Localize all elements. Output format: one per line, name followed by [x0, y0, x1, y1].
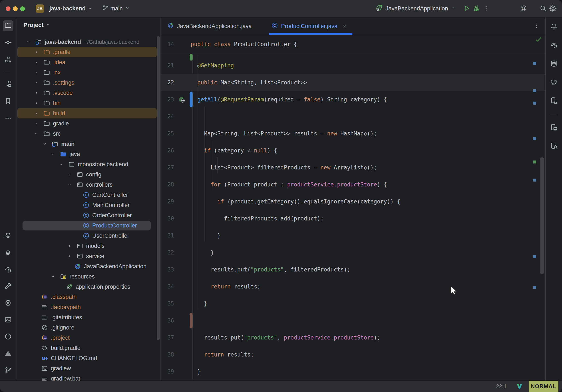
search-everywhere-button[interactable] [538, 4, 548, 14]
inspections-ok-icon[interactable] [535, 36, 542, 44]
close-window-button[interactable] [6, 6, 11, 11]
chevron-right-icon[interactable] [34, 50, 43, 54]
tree-item-changelog-md[interactable]: MCHANGELOG.md [16, 353, 160, 363]
code-line-26[interactable]: 26if (category ≠ null) { [161, 142, 545, 159]
code-line-28[interactable]: 28for (Product product : productService.… [161, 176, 545, 193]
toolwindow-problems-button[interactable] [3, 332, 13, 342]
toolwindow-gradle-button[interactable] [549, 77, 559, 88]
toolwindow-hierarchy-button[interactable] [3, 79, 13, 90]
error-stripe-mark[interactable] [533, 102, 536, 105]
toolwindow-structure-button[interactable] [3, 55, 13, 65]
tree-item-src[interactable]: src [16, 129, 160, 139]
ideavim-icon[interactable] [516, 383, 523, 390]
error-stripe-mark[interactable] [533, 255, 536, 258]
settings-button[interactable] [548, 4, 558, 14]
toolwindow-running-devices-button[interactable] [549, 96, 559, 106]
code-line-38[interactable]: 38return results; [161, 346, 545, 363]
tree-item-usercontroller[interactable]: CUserController [16, 231, 160, 241]
editor-options-button[interactable] [534, 23, 540, 30]
error-stripe-mark[interactable] [533, 178, 536, 181]
tree-item--gradle[interactable]: .gradle [16, 47, 160, 57]
tree-item--nx[interactable]: .nx [16, 67, 160, 78]
chevron-down-icon[interactable] [34, 131, 43, 136]
tree-item-ordercontroller[interactable]: COrderController [16, 210, 160, 220]
vim-mode-badge[interactable]: NORMAL [529, 381, 558, 392]
tree-item-java[interactable]: java [16, 149, 160, 159]
tree-item-config[interactable]: config [16, 169, 160, 180]
error-stripe-mark[interactable] [533, 89, 536, 92]
tree-item-controllers[interactable]: controllers [16, 180, 160, 190]
project-view-header[interactable]: Project [23, 22, 50, 28]
toolwindow-incognito-button[interactable] [3, 248, 13, 258]
chevron-down-icon[interactable] [59, 162, 68, 167]
tree-item-gradle[interactable]: gradle [16, 119, 160, 129]
toolwindow-more-ellipsis-button[interactable] [3, 113, 13, 124]
code-line-22[interactable]: 22public Map<String, List<Product>> [161, 74, 545, 91]
tree-item-build[interactable]: build [16, 108, 160, 119]
code-line-32[interactable]: 32} [161, 244, 545, 261]
code-line-35[interactable]: 35} [161, 295, 545, 312]
error-stripe-mark[interactable] [533, 161, 536, 164]
toolwindow-commit-button[interactable] [3, 38, 13, 48]
toolwindow-services-button[interactable] [3, 298, 13, 309]
code-line-25[interactable]: 25Map<String, List<Product>> results = n… [161, 125, 545, 142]
editor-tab-javabackendapplication-java[interactable]: JavaBackendApplication.java [166, 17, 258, 35]
tree-item-main[interactable]: main [16, 139, 160, 149]
error-stripe-mark[interactable] [533, 286, 536, 289]
tree-item-resources[interactable]: resources [16, 272, 160, 282]
tree-item-gradlew-bat[interactable]: gradlew.bat [16, 373, 160, 380]
tree-item--vscode[interactable]: .vscode [16, 88, 160, 98]
error-stripe-mark[interactable] [533, 137, 536, 140]
toolwindow-notifications-bell-button[interactable] [549, 22, 559, 32]
toolwindow-warning-button[interactable] [3, 348, 13, 359]
code-with-me-button[interactable] [528, 4, 538, 14]
chevron-right-icon[interactable] [34, 101, 43, 106]
tree-item--idea[interactable]: .idea [16, 57, 160, 67]
error-stripe-mark[interactable] [533, 62, 536, 65]
chevron-down-icon[interactable] [67, 182, 76, 187]
tree-item-java-backend[interactable]: java-backend~/Github/java-backend [16, 37, 160, 47]
sticky-line[interactable]: 14public class ProductController { [161, 35, 545, 53]
toolwindow-cat-button[interactable] [3, 231, 13, 241]
chevron-right-icon[interactable] [34, 121, 43, 126]
run-configuration-widget[interactable]: JavaBackendApplication [375, 4, 456, 14]
chevron-down-icon[interactable] [42, 142, 51, 146]
tree-item-monostore-backend[interactable]: monostore.backend [16, 159, 160, 169]
toolwindow-ai-assistant-button[interactable] [549, 40, 559, 51]
toolwindow-database-button[interactable] [549, 59, 559, 69]
tree-item--project[interactable]: .project [16, 333, 160, 343]
chevron-right-icon[interactable] [67, 244, 76, 248]
code-line-39[interactable]: 39} [161, 363, 545, 380]
toolwindow-bookmarks-button[interactable] [3, 96, 13, 107]
editor-scrollbar[interactable] [540, 157, 544, 274]
tree-item-gradlew[interactable]: gradlew [16, 363, 160, 373]
tree-item-maincontroller[interactable]: CMainController [16, 200, 160, 210]
tree-item--settings[interactable]: .settings [16, 78, 160, 88]
tree-item-javabackendapplication[interactable]: JavaBackendApplication [16, 261, 160, 272]
toolwindow-build-hammer-button[interactable] [3, 281, 13, 292]
code-line-30[interactable]: 30filteredProducts.add(product); [161, 210, 545, 227]
debug-button[interactable] [471, 4, 481, 14]
spring-endpoint-icon[interactable] [177, 95, 186, 104]
run-button[interactable] [462, 4, 471, 14]
code-line-21[interactable]: 21@GetMapping [161, 57, 545, 74]
close-tab-icon[interactable] [342, 24, 347, 29]
chevron-right-icon[interactable] [34, 91, 43, 95]
chevron-down-icon[interactable] [51, 152, 59, 156]
tree-item--gitignore[interactable]: .gitignore [16, 322, 160, 333]
caret-position-widget[interactable]: 22:1 [496, 383, 507, 390]
code-line-27[interactable]: 27List<Product> filteredProducts = new A… [161, 159, 545, 176]
code-line-37[interactable]: 37results.put("products", productService… [161, 329, 545, 346]
code-line-24[interactable]: 24 [161, 108, 545, 125]
more-run-actions-button[interactable] [481, 4, 491, 14]
tree-item-application-properties[interactable]: application.properties [16, 282, 160, 292]
tree-item-bin[interactable]: bin [16, 98, 160, 108]
chevron-right-icon[interactable] [67, 254, 76, 259]
toolwindow-project-folder-button[interactable] [3, 20, 13, 31]
toolwindow-terminal-button[interactable] [3, 315, 13, 325]
code-line-34[interactable]: 34return results; [161, 278, 545, 295]
tree-item-build-gradle[interactable]: build.gradle [16, 343, 160, 353]
toolwindow-profiler-button[interactable] [3, 264, 13, 275]
tree-item-cartcontroller[interactable]: CCartController [16, 190, 160, 200]
toolwindow-device-explorer-button[interactable] [549, 122, 559, 133]
